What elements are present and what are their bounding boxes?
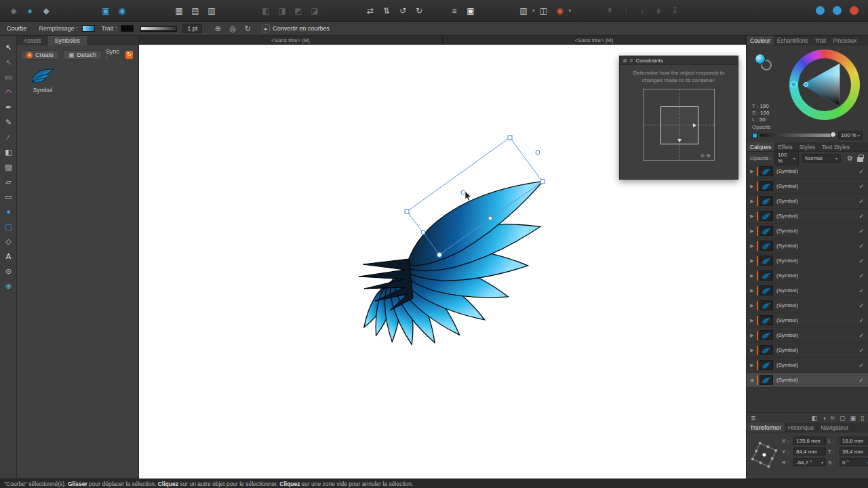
tool-rounded-rectangle-tool[interactable]: ▢	[0, 219, 17, 234]
stroke-width-input[interactable]: 1 pt	[182, 24, 202, 33]
disclosure-arrow-icon[interactable]: ▶	[749, 199, 755, 204]
layer-thumbnail[interactable]	[760, 226, 773, 236]
opacity-slider-knob[interactable]	[830, 131, 836, 138]
record-icon[interactable]	[850, 6, 859, 15]
tab-historique[interactable]: Historique	[785, 423, 817, 432]
boolean-intersect-icon[interactable]: ◩	[292, 4, 305, 18]
layer-row[interactable]: ▶(Symbol)✓	[747, 194, 868, 209]
tab-symbols[interactable]: Symboles	[48, 36, 87, 45]
tool-transparency-tool[interactable]: ▨	[0, 159, 17, 174]
document-tab-1[interactable]: <Sans titre> [M]	[139, 36, 443, 45]
blend-mode-dropdown[interactable]: Normal ▾	[802, 154, 841, 163]
layer-row[interactable]: ▶(Symbol)✓	[747, 224, 868, 239]
insert-inside-icon[interactable]: ▣	[464, 4, 477, 18]
disclosure-arrow-icon[interactable]: ▶	[749, 348, 755, 353]
layer-visibility-check[interactable]: ✓	[859, 198, 864, 205]
app-menu-icon[interactable]: ◆	[7, 4, 20, 18]
anchor-point-widget[interactable]	[749, 436, 780, 473]
tab-text-styles[interactable]: Text Styles	[818, 142, 853, 151]
rotate-cw-icon[interactable]: ↻	[412, 4, 426, 18]
tool-vector-crop-tool[interactable]: ▱	[0, 174, 17, 189]
snapping-manager-icon[interactable]: ◉	[553, 4, 567, 18]
tab-styles[interactable]: Styles	[796, 142, 818, 151]
layers-list-empty[interactable]	[747, 388, 868, 412]
disclosure-arrow-icon[interactable]: ▶	[749, 228, 755, 234]
guides-icon[interactable]: ▤	[189, 4, 202, 18]
fill-color-swatch[interactable]	[755, 54, 766, 64]
adjustment-icon[interactable]: ◑	[822, 415, 825, 422]
disclosure-arrow-icon[interactable]: ▶	[749, 333, 755, 338]
layer-row[interactable]: ▶(Symbol)✓	[747, 358, 868, 373]
x-input[interactable]: 135,6 mm	[793, 436, 826, 445]
tab-couleur[interactable]: Couleur	[747, 36, 774, 45]
tab-calques[interactable]: Calques	[747, 142, 774, 151]
persona-export-icon[interactable]: ◆	[39, 4, 53, 18]
layer-row[interactable]: ▶(Symbol)✓	[747, 268, 868, 283]
cycle-selection-icon[interactable]: ↻	[242, 23, 253, 34]
tool-pencil-tool[interactable]: ✎	[0, 115, 17, 129]
disclosure-arrow-icon[interactable]: ▶	[749, 258, 755, 264]
layer-visibility-check[interactable]: ✓	[859, 272, 864, 279]
layer-thumbnail[interactable]	[760, 181, 773, 191]
fx-icon[interactable]: fx	[831, 415, 835, 421]
blend-options-gear-icon[interactable]: ⚙	[847, 155, 853, 162]
boolean-divide-icon[interactable]: ◪	[308, 4, 321, 18]
tab-navigateur[interactable]: Navigateur	[817, 423, 852, 432]
height-input[interactable]: 38,4 mm	[840, 447, 868, 455]
tool-brush-tool[interactable]: ∕	[0, 129, 17, 144]
layer-row[interactable]: ▶(Symbol)✓	[747, 328, 868, 343]
layer-visibility-check[interactable]: ✓	[859, 317, 864, 324]
y-input[interactable]: 84,4 mm	[793, 447, 826, 455]
snapping-manager-icon-caret[interactable]: ▾	[569, 8, 572, 14]
rotation-input[interactable]: -64,7 °▾	[793, 458, 826, 466]
insertion-order-icon[interactable]: ≡	[448, 4, 461, 18]
tool-zoom-tool[interactable]: ⊙	[0, 264, 17, 279]
tool-pen-tool[interactable]: ✒	[0, 100, 17, 115]
symbol-list-item[interactable]: Symbol	[24, 64, 62, 94]
opacity-slider[interactable]	[760, 134, 835, 137]
layer-row[interactable]: ▶(Symbol)✓	[747, 179, 868, 194]
tool-ellipse-tool[interactable]: ●	[0, 204, 17, 219]
constraints-title-bar[interactable]: ⊗ ≡ Constraints	[620, 56, 738, 65]
layer-stack-icon[interactable]: ≣	[751, 415, 756, 422]
delete-icon[interactable]: ▯	[861, 415, 864, 422]
saturation-marker[interactable]	[804, 82, 808, 87]
disclosure-arrow-icon[interactable]: ▶	[749, 243, 755, 249]
layer-thumbnail[interactable]	[760, 211, 773, 221]
layer-opacity-dropdown[interactable]: 100 % ▾	[774, 150, 799, 165]
disclosure-arrow-icon[interactable]: ▶	[749, 273, 755, 279]
layer-row[interactable]: ▶(Symbol)✓	[747, 298, 868, 313]
color-wheel[interactable]	[789, 49, 860, 120]
persona-pixel-icon[interactable]: ▣	[99, 4, 113, 18]
shear-input[interactable]: 0 °▾	[840, 458, 868, 466]
move-to-front-icon[interactable]: ↟	[603, 4, 616, 18]
document-canvas[interactable]: ⊗ ≡ Constraints Determine how the object…	[139, 45, 746, 479]
layer-thumbnail[interactable]	[760, 285, 773, 296]
panel-menu-icon[interactable]: ≡	[630, 58, 633, 64]
convert-to-curves-button[interactable]: ▸ Convertir en courbes	[262, 24, 330, 33]
disclosure-arrow-icon[interactable]: ▶	[749, 184, 755, 189]
text-flow-icon-caret[interactable]: ▾	[532, 8, 535, 14]
divider-icon[interactable]: ◫	[537, 4, 551, 18]
persona-vector-icon[interactable]: ◉	[115, 4, 129, 18]
layer-row[interactable]: ▶(Symbol)✓	[747, 209, 868, 224]
text-flow-icon[interactable]: ▥	[517, 4, 530, 18]
layer-thumbnail[interactable]	[760, 330, 773, 340]
move-backward-icon[interactable]: ↓	[635, 4, 649, 18]
disclosure-arrow-icon[interactable]: ▶	[749, 288, 755, 293]
constraint-right-arrow-icon[interactable]	[693, 123, 696, 127]
constraints-panel[interactable]: ⊗ ≡ Constraints Determine how the object…	[619, 56, 738, 180]
boolean-add-icon[interactable]: ◧	[259, 4, 273, 18]
layer-visibility-check[interactable]: ✓	[859, 213, 864, 220]
tab-assets[interactable]: Assets	[17, 36, 48, 45]
layer-visibility-check[interactable]: ✓	[859, 362, 864, 369]
tool-text-tool[interactable]: A	[0, 249, 17, 264]
sync-toggle-icon[interactable]: ↻	[125, 51, 133, 59]
layer-row[interactable]: ▶(Symbol)✓	[747, 313, 868, 328]
layer-thumbnail[interactable]	[760, 270, 773, 281]
tool-move-tool[interactable]: ↖	[0, 40, 17, 55]
boolean-subtract-icon[interactable]: ◨	[275, 4, 289, 18]
layer-thumbnail[interactable]	[760, 300, 773, 310]
new-group-icon[interactable]: ▣	[850, 415, 856, 422]
hue-marker[interactable]	[791, 81, 797, 87]
